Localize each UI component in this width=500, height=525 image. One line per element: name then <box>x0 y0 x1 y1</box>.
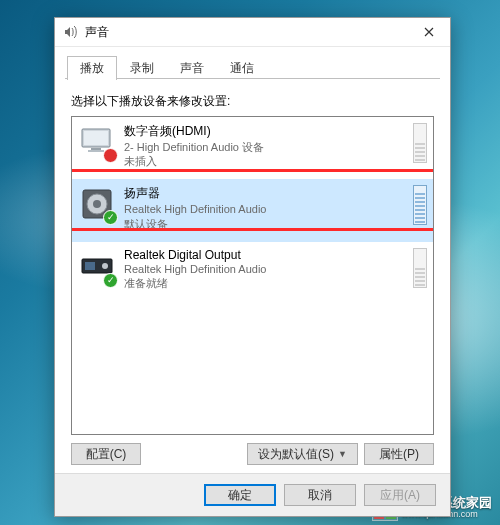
properties-button[interactable]: 属性(P) <box>364 443 434 465</box>
speaker-volume-icon <box>63 24 79 40</box>
dialog-footer: 确定 取消 应用(A) <box>55 473 450 516</box>
svg-point-9 <box>102 263 108 269</box>
device-name: 数字音频(HDMI) <box>124 123 405 140</box>
ok-button[interactable]: 确定 <box>204 484 276 506</box>
title-bar: 声音 <box>55 18 450 47</box>
close-button[interactable] <box>408 18 450 46</box>
device-name: Realtek Digital Output <box>124 248 405 262</box>
level-meter <box>413 248 427 288</box>
monitor-icon <box>78 123 116 161</box>
cancel-button[interactable]: 取消 <box>284 484 356 506</box>
status-default-icon <box>103 210 118 225</box>
svg-rect-1 <box>84 131 108 145</box>
status-unplugged-icon <box>103 148 118 163</box>
dropdown-arrow-icon: ▼ <box>338 449 347 459</box>
tab-playback[interactable]: 播放 <box>67 56 117 80</box>
tab-strip: 播放 录制 声音 通信 <box>55 47 450 79</box>
device-driver: 2- High Definition Audio 设备 <box>124 140 405 154</box>
device-driver: Realtek High Definition Audio <box>124 262 405 276</box>
configure-button[interactable]: 配置(C) <box>71 443 141 465</box>
device-driver: Realtek High Definition Audio <box>124 202 405 216</box>
device-status: 默认设备 <box>124 217 405 232</box>
apply-button[interactable]: 应用(A) <box>364 484 436 506</box>
set-default-button[interactable]: 设为默认值(S) ▼ <box>247 443 358 465</box>
device-status: 未插入 <box>124 154 405 169</box>
set-default-label: 设为默认值(S) <box>258 446 334 463</box>
instruction-text: 选择以下播放设备来修改设置: <box>71 93 434 110</box>
status-ready-icon <box>103 273 118 288</box>
tab-communications[interactable]: 通信 <box>217 56 267 80</box>
sound-dialog: 声音 播放 录制 声音 通信 选择以下播放设备来修改设置: <box>54 17 451 517</box>
window-title: 声音 <box>85 24 408 41</box>
device-list[interactable]: 数字音频(HDMI) 2- High Definition Audio 设备 未… <box>71 116 434 435</box>
svg-point-6 <box>93 200 101 208</box>
tab-content: 选择以下播放设备来修改设置: 数字音频(HDMI) 2- High Defini… <box>55 79 450 473</box>
svg-rect-8 <box>85 262 95 270</box>
level-meter <box>413 123 427 163</box>
device-item-speakers[interactable]: 扬声器 Realtek High Definition Audio 默认设备 <box>72 179 433 241</box>
tab-sounds[interactable]: 声音 <box>167 56 217 80</box>
digital-output-icon <box>78 248 116 286</box>
device-status: 准备就绪 <box>124 276 405 291</box>
svg-rect-3 <box>88 150 104 152</box>
level-meter <box>413 185 427 225</box>
device-item-hdmi[interactable]: 数字音频(HDMI) 2- High Definition Audio 设备 未… <box>72 117 433 179</box>
device-item-spdif[interactable]: Realtek Digital Output Realtek High Defi… <box>72 242 433 301</box>
close-icon <box>424 27 434 37</box>
tab-recording[interactable]: 录制 <box>117 56 167 80</box>
device-name: 扬声器 <box>124 185 405 202</box>
device-button-row: 配置(C) 设为默认值(S) ▼ 属性(P) <box>71 443 434 465</box>
svg-rect-2 <box>91 148 101 150</box>
speaker-icon <box>78 185 116 223</box>
